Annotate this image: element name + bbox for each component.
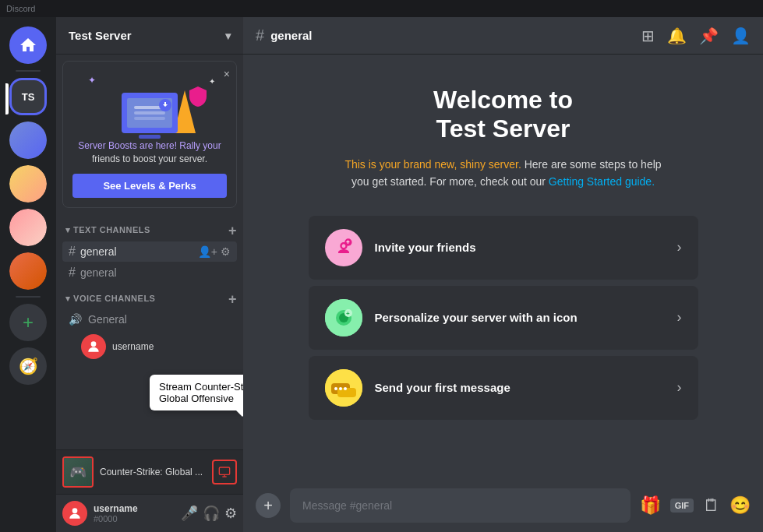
server-icon-4[interactable]	[9, 252, 47, 290]
invite-friends-card[interactable]: + Invite your friends ›	[309, 216, 698, 280]
pin-icon[interactable]: 📌	[699, 26, 719, 45]
stream-tooltip: Stream Counter-Strike:Global Offensive	[150, 375, 243, 410]
send-message-label: Send your first message	[375, 381, 677, 394]
server-icon-1[interactable]	[9, 122, 47, 159]
active-pill	[5, 83, 9, 115]
gift-icon[interactable]: 🎁	[640, 495, 661, 516]
subtitle-text: This is your brand new, shiny server.	[344, 158, 521, 171]
channel-list: ▾ TEXT CHANNELS + # general 👤+ ⚙ # gener…	[56, 214, 243, 449]
stream-button[interactable]	[212, 460, 237, 484]
channel-name-2: general	[80, 266, 117, 279]
emoji-icon[interactable]: 😊	[729, 495, 751, 516]
personalize-label: Personalize your server with an icon	[375, 311, 677, 324]
add-text-channel-button[interactable]: +	[228, 224, 237, 238]
mic-button[interactable]: 🎤	[181, 505, 198, 522]
boost-banner: ×	[62, 61, 237, 208]
discover-button[interactable]: 🧭	[9, 347, 47, 385]
members-icon[interactable]: 👤	[731, 26, 751, 45]
game-icon: 🎮	[62, 456, 94, 488]
server-header[interactable]: Test Server ▾	[56, 17, 243, 55]
channel-header-hash: #	[256, 26, 264, 44]
user-avatar-bottom	[62, 501, 87, 526]
boost-text-normal: friends to boost your server.	[92, 153, 207, 164]
server-icon-3[interactable]	[9, 209, 47, 246]
svg-rect-1	[219, 467, 229, 474]
welcome-title: Welcome to Test Server	[433, 86, 573, 143]
channel-hash-icon-2: #	[69, 266, 76, 280]
tooltip-arrow	[236, 410, 243, 417]
server-icon-ts[interactable]: TS	[9, 78, 47, 115]
boost-text-highlight: Server Boosts are here! Rally your	[78, 140, 221, 151]
channel-hash-icon: #	[69, 245, 76, 259]
action-cards: + Invite your friends › +	[309, 216, 698, 420]
server-divider-2	[16, 296, 41, 298]
voice-icon: 🔊	[69, 313, 82, 326]
text-channels-header[interactable]: ▾ TEXT CHANNELS +	[56, 220, 243, 241]
settings-button[interactable]: ⚙	[224, 505, 237, 522]
voice-user-row[interactable]: username	[62, 329, 237, 364]
channel-item-general-2[interactable]: # general	[62, 262, 237, 283]
channel-name: general	[80, 245, 117, 258]
voice-channel-general[interactable]: 🔊 General	[62, 310, 237, 329]
bottom-username: username #0000	[94, 503, 138, 523]
voice-controls-bar: username #0000 🎤 🎧 ⚙	[56, 494, 243, 532]
message-bar: + 🎁 GIF 🗒 😊	[243, 479, 763, 532]
header-icons: ⊞ 🔔 📌 👤	[641, 26, 751, 45]
user-avatar-voice	[81, 334, 106, 359]
server-name: Test Server	[69, 29, 132, 42]
headphones-button[interactable]: 🎧	[203, 505, 220, 522]
send-message-chevron: ›	[677, 379, 682, 396]
sticker-icon[interactable]: 🗒	[703, 495, 720, 516]
channel-header: # general ⊞ 🔔 📌 👤	[243, 17, 763, 55]
server-list: TS + 🧭	[0, 17, 56, 532]
main-content: # general ⊞ 🔔 📌 👤 Welcome to Test Server…	[243, 17, 763, 532]
voice-channel-name: General	[88, 313, 127, 326]
channel-action-icons: 👤+ ⚙	[198, 245, 231, 258]
invite-label: Invite your friends	[375, 241, 677, 254]
voice-username: username	[112, 341, 231, 352]
add-server-button[interactable]: +	[9, 304, 47, 341]
message-add-button[interactable]: +	[256, 493, 281, 518]
svg-point-16	[334, 387, 337, 390]
svg-text:+: +	[345, 239, 349, 246]
game-icon-image: 🎮	[69, 463, 87, 481]
svg-point-17	[339, 387, 342, 390]
invite-icon: +	[325, 229, 362, 266]
app-body: TS + 🧭 Test Server ▾ ×	[0, 17, 763, 532]
boost-button[interactable]: See Levels & Perks	[72, 174, 227, 198]
title-bar: Discord	[0, 0, 763, 17]
message-icon	[325, 369, 362, 407]
sidebar: Test Server ▾ ×	[56, 17, 243, 532]
server-divider	[16, 70, 41, 72]
svg-text:+: +	[346, 310, 350, 317]
gif-button[interactable]: GIF	[670, 499, 694, 513]
notifications-icon[interactable]: 🔔	[667, 26, 687, 45]
server-home-icon[interactable]	[9, 26, 47, 64]
app-title: Discord	[6, 4, 35, 13]
svg-point-18	[344, 387, 347, 390]
send-message-card[interactable]: Send your first message ›	[309, 356, 698, 420]
svg-point-0	[91, 341, 97, 347]
threads-icon[interactable]: ⊞	[641, 26, 655, 45]
welcome-area: Welcome to Test Server This is your bran…	[243, 55, 763, 479]
message-input[interactable]	[290, 488, 631, 523]
voice-control-buttons: 🎤 🎧 ⚙	[181, 505, 237, 522]
voice-channels-header[interactable]: ▾ VOICE CHANNELS +	[56, 289, 243, 309]
channel-header-name: general	[270, 29, 312, 42]
message-actions: 🎁 GIF 🗒 😊	[640, 495, 751, 516]
boost-text: Server Boosts are here! Rally your frien…	[72, 139, 227, 166]
channel-item-general-1[interactable]: # general 👤+ ⚙	[62, 241, 237, 262]
add-member-icon[interactable]: 👤+	[198, 245, 217, 258]
server-icon-2[interactable]	[9, 165, 47, 203]
personalize-icon: +	[325, 299, 362, 336]
svg-point-4	[72, 508, 78, 513]
personalize-chevron: ›	[677, 309, 682, 326]
channel-settings-icon[interactable]: ⚙	[221, 245, 231, 258]
invite-chevron: ›	[677, 239, 682, 255]
personalize-card[interactable]: + Personalize your server with an icon ›	[309, 286, 698, 350]
server-menu-chevron: ▾	[225, 30, 231, 42]
boost-illustration: ✦ ✦	[72, 71, 227, 133]
add-voice-channel-button[interactable]: +	[228, 292, 237, 306]
getting-started-link[interactable]: Getting Started guide.	[549, 175, 655, 188]
game-bar: 🎮 Counter-Strike: Global ...	[56, 449, 243, 494]
